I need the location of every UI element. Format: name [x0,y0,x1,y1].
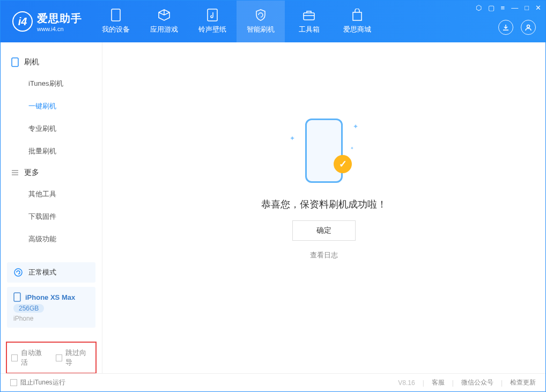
device-type: iPhone [13,315,33,322]
tab-label: 铃声壁纸 [198,25,226,34]
logo-text: 爱思助手 [37,11,82,26]
footer-link-wechat[interactable]: 微信公众号 [461,378,493,387]
main-content: ✦ ✦ ✦ ✓ 恭喜您，保资料刷机成功啦！ 确定 查看日志 [102,42,545,374]
phone-icon [13,292,21,302]
ok-button[interactable]: 确定 [292,220,356,241]
tab-label: 我的设备 [102,25,130,34]
tab-label: 智能刷机 [247,25,275,34]
highlighted-checkbox-row: 自动激活 跳过向导 [6,342,97,374]
footer-link-support[interactable]: 客服 [432,378,445,387]
svg-point-3 [527,25,530,28]
device-icon [109,9,122,21]
version-label: V8.16 [398,379,415,387]
device-name-text: iPhone XS Max [25,293,75,301]
footer: 阻止iTunes运行 V8.16 | 客服 | 微信公众号 | 检查更新 [1,373,545,391]
device-box[interactable]: iPhone XS Max 256GB iPhone [7,287,95,328]
phone-shape-icon [305,119,343,183]
capacity-badge: 256GB [13,304,44,313]
tab-label: 工具箱 [299,25,320,34]
tab-ringtones[interactable]: 铃声壁纸 [188,1,237,42]
user-button[interactable] [521,20,536,35]
sidebar-group-flash: 刷机 [1,52,102,72]
list-icon [11,169,19,176]
success-message: 恭喜您，保资料刷机成功啦！ [261,198,387,211]
sidebar-item-other-tools[interactable]: 其他工具 [1,183,102,205]
header-right-buttons [498,20,536,35]
checkbox-skip-guide[interactable]: 跳过向导 [56,348,92,367]
sidebar-item-advanced[interactable]: 高级功能 [1,228,102,250]
svg-rect-4 [12,58,18,66]
mode-label: 正常模式 [28,268,56,277]
checkbox-block-itunes[interactable]: 阻止iTunes运行 [10,378,65,387]
shield-refresh-icon [254,9,267,21]
mode-box[interactable]: 正常模式 [7,262,95,283]
sidebar-item-batch-flash[interactable]: 批量刷机 [1,140,102,162]
phone-icon [11,57,19,67]
svg-point-5 [14,269,22,276]
toolbox-icon [302,9,315,21]
sidebar-item-itunes-flash[interactable]: iTunes刷机 [1,72,102,95]
tab-my-device[interactable]: 我的设备 [92,1,140,42]
sidebar-item-download-firmware[interactable]: 下载固件 [1,205,102,228]
minimize-button[interactable]: — [511,4,518,12]
close-button[interactable]: ✕ [535,4,541,12]
menu-icon[interactable]: ≡ [501,4,505,12]
sparkle-icon: ✦ [353,123,358,130]
lock-icon[interactable]: ▢ [488,4,495,12]
svg-rect-2 [304,13,314,20]
download-button[interactable] [498,20,513,35]
sparkle-icon: ✦ [350,146,354,151]
refresh-icon [13,268,23,277]
shirt-icon[interactable]: ⬡ [476,4,482,12]
sidebar-item-oneclick-flash[interactable]: 一键刷机 [1,95,102,117]
svg-rect-1 [208,9,217,21]
success-illustration: ✦ ✦ ✦ ✓ [286,113,361,188]
tab-apps[interactable]: 应用游戏 [140,1,188,42]
logo[interactable]: i4 爱思助手 www.i4.cn [1,11,92,32]
logo-icon: i4 [12,11,33,32]
maximize-button[interactable]: □ [525,4,529,12]
checkbox-auto-activate[interactable]: 自动激活 [11,348,47,367]
cube-icon [158,9,171,21]
view-log-link[interactable]: 查看日志 [310,250,338,260]
tab-store[interactable]: 爱思商城 [333,1,381,42]
music-file-icon [206,9,219,21]
checkmark-badge-icon: ✓ [334,155,352,173]
main-tabs: 我的设备 应用游戏 铃声壁纸 智能刷机 工具箱 爱思商城 [92,1,381,42]
svg-rect-6 [14,293,20,301]
sidebar: 刷机 iTunes刷机 一键刷机 专业刷机 批量刷机 更多 其他工具 下载固件 … [1,42,102,374]
bag-icon [351,9,364,21]
footer-link-update[interactable]: 检查更新 [510,378,536,387]
tab-toolbox[interactable]: 工具箱 [285,1,333,42]
sidebar-group-more: 更多 [1,162,102,183]
logo-subtitle: www.i4.cn [37,26,82,32]
tab-label: 应用游戏 [150,25,178,34]
sidebar-item-pro-flash[interactable]: 专业刷机 [1,117,102,140]
svg-rect-0 [112,9,120,21]
tab-flash[interactable]: 智能刷机 [237,1,285,42]
tab-label: 爱思商城 [343,25,371,34]
window-controls: ⬡ ▢ ≡ — □ ✕ [476,4,541,12]
sparkle-icon: ✦ [290,135,295,142]
header: i4 爱思助手 www.i4.cn 我的设备 应用游戏 铃声壁纸 智能刷机 工具… [1,1,545,42]
